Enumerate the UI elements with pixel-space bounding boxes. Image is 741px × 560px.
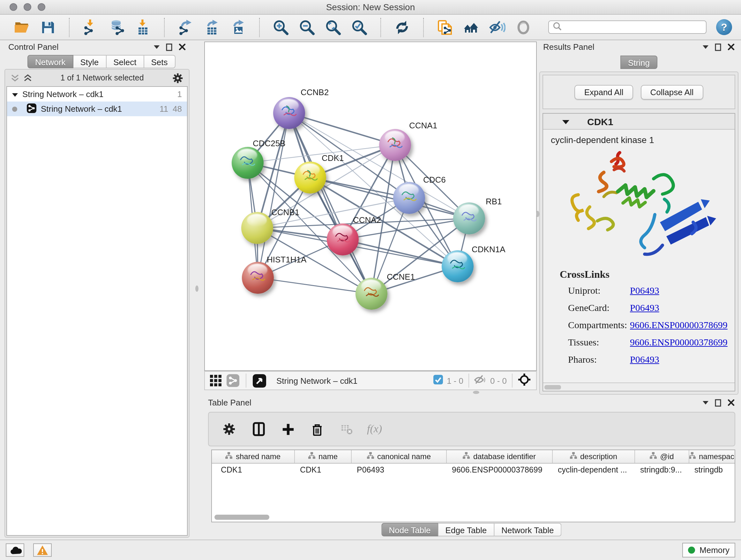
column-header-canonical-name[interactable]: canonical name bbox=[352, 450, 447, 463]
network-node-hist1h1a[interactable] bbox=[242, 262, 274, 294]
left-splitter-handle[interactable] bbox=[195, 286, 199, 292]
panel-menu-icon[interactable] bbox=[703, 401, 709, 405]
string-home-icon[interactable] bbox=[462, 18, 480, 36]
expand-all-button[interactable]: Expand All bbox=[575, 84, 633, 99]
crosslink-link[interactable]: 9606.ENSP00000378699 bbox=[630, 320, 728, 331]
network-collection-row[interactable]: String Network – cdk1 1 bbox=[7, 87, 187, 102]
collapse-all-icon[interactable] bbox=[11, 74, 19, 82]
entry-scrollbar[interactable] bbox=[543, 382, 735, 391]
crosslink-link[interactable]: P06493 bbox=[630, 354, 659, 365]
open-file-icon[interactable] bbox=[13, 18, 30, 36]
network-node-cdkn1a[interactable] bbox=[442, 250, 474, 282]
results-panel-header: Results Panel bbox=[539, 40, 738, 54]
panel-close-icon[interactable] bbox=[728, 399, 735, 406]
network-node-ccnb2[interactable] bbox=[273, 97, 305, 129]
inspect-icon[interactable] bbox=[515, 18, 532, 36]
refresh-icon[interactable] bbox=[393, 18, 411, 36]
collapse-all-button[interactable]: Collapse All bbox=[641, 84, 703, 99]
panel-menu-icon[interactable] bbox=[154, 45, 159, 49]
warning-button[interactable] bbox=[33, 543, 52, 557]
import-database-icon[interactable] bbox=[108, 18, 126, 36]
column-header-shared-name[interactable]: shared name bbox=[212, 450, 295, 463]
tab-sets[interactable]: Sets bbox=[144, 55, 175, 68]
column-header-name[interactable]: name bbox=[295, 450, 352, 463]
grid-view-icon[interactable] bbox=[210, 375, 221, 386]
crosslink-link[interactable]: P06493 bbox=[630, 303, 659, 314]
hidden-counts: 0 - 0 bbox=[490, 376, 507, 385]
export-table-icon[interactable] bbox=[203, 18, 221, 36]
share-document-icon[interactable] bbox=[436, 18, 454, 36]
tab-select[interactable]: Select bbox=[106, 55, 144, 68]
network-node-rb1[interactable] bbox=[453, 202, 485, 234]
zoom-in-icon[interactable] bbox=[272, 18, 290, 36]
tab-style[interactable]: Style bbox=[73, 55, 106, 68]
network-node-cdc25b[interactable] bbox=[232, 147, 264, 179]
selected-checkbox-icon[interactable] bbox=[433, 375, 443, 386]
zoom-out-icon[interactable] bbox=[298, 18, 316, 36]
hidden-eye-icon[interactable] bbox=[474, 375, 486, 386]
expand-all-icon[interactable] bbox=[23, 74, 32, 82]
network-node-ccna2[interactable] bbox=[327, 224, 359, 255]
zoom-window-button[interactable] bbox=[38, 3, 45, 11]
birdseye-view-icon[interactable] bbox=[253, 374, 266, 387]
search-input[interactable] bbox=[564, 23, 702, 32]
tab-node-table[interactable]: Node Table bbox=[381, 523, 438, 537]
column-header--id[interactable]: @id bbox=[635, 450, 689, 463]
zoom-fit-icon[interactable] bbox=[324, 18, 342, 36]
network-node-cdk1[interactable] bbox=[294, 162, 326, 193]
panel-float-icon[interactable] bbox=[715, 399, 721, 407]
share-view-icon[interactable] bbox=[226, 374, 239, 387]
node-label-cdkn1a: CDKN1A bbox=[472, 245, 506, 254]
tab-network-table[interactable]: Network Table bbox=[494, 523, 561, 537]
memory-button[interactable]: Memory bbox=[682, 543, 735, 557]
delete-row-icon[interactable] bbox=[308, 420, 326, 438]
import-network-icon[interactable] bbox=[82, 18, 99, 36]
table-hscrollbar-thumb[interactable] bbox=[214, 515, 269, 520]
tab-edge-table[interactable]: Edge Table bbox=[439, 523, 495, 537]
string-results-body: Expand All Collapse All CDK1 cyclin-depe… bbox=[539, 71, 738, 395]
bottom-splitter-handle[interactable] bbox=[473, 391, 479, 394]
string-network-icon bbox=[27, 103, 37, 115]
function-builder-label[interactable]: f(x) bbox=[367, 423, 382, 435]
network-view-toolbar: String Network – cdk1 1 - 0 0 - 0 bbox=[204, 371, 537, 390]
add-row-icon[interactable] bbox=[279, 420, 297, 438]
tab-network[interactable]: Network bbox=[27, 55, 73, 68]
attributes-icon[interactable] bbox=[220, 420, 238, 438]
table-row[interactable]: CDK1CDK1P064939606.ENSP00000378699cyclin… bbox=[212, 463, 735, 476]
gene-entry-header[interactable]: CDK1 bbox=[543, 114, 735, 130]
gear-icon[interactable] bbox=[172, 72, 183, 83]
tab-string[interactable]: String bbox=[620, 56, 657, 69]
export-image-icon[interactable] bbox=[229, 18, 247, 36]
import-table-icon[interactable] bbox=[134, 18, 152, 36]
crosslink-link[interactable]: 9606.ENSP00000378699 bbox=[630, 337, 728, 348]
network-node-ccna1[interactable] bbox=[379, 129, 411, 161]
search-box[interactable] bbox=[548, 20, 706, 34]
panel-close-icon[interactable] bbox=[179, 44, 186, 51]
entry-collapse-icon[interactable] bbox=[562, 116, 569, 127]
network-canvas[interactable]: CCNB2CCNA1CDC25BCDK1CDC6RB1CCNB1CCNA2CDK… bbox=[204, 42, 537, 371]
columns-icon[interactable] bbox=[250, 420, 267, 438]
network-node-ccnb1[interactable] bbox=[241, 212, 273, 244]
column-header-description[interactable]: description bbox=[553, 450, 635, 463]
column-header-namespace[interactable]: namespace bbox=[689, 450, 735, 463]
crosslink-link[interactable]: P06493 bbox=[630, 286, 659, 296]
crosshair-icon[interactable] bbox=[518, 373, 531, 388]
network-node-cdc6[interactable] bbox=[393, 182, 425, 214]
tree-expand-icon[interactable] bbox=[12, 89, 18, 99]
export-network-icon[interactable] bbox=[177, 18, 195, 36]
cloud-button[interactable] bbox=[6, 543, 24, 557]
panel-close-icon[interactable] bbox=[728, 44, 735, 51]
right-splitter-handle[interactable] bbox=[536, 211, 539, 217]
network-node-ccne1[interactable] bbox=[355, 278, 387, 310]
network-row-selected[interactable]: String Network – cdk1 11 48 bbox=[7, 102, 187, 116]
close-window-button[interactable] bbox=[10, 3, 17, 11]
panel-menu-icon[interactable] bbox=[703, 45, 709, 49]
minimize-window-button[interactable] bbox=[23, 3, 31, 11]
panel-float-icon[interactable] bbox=[166, 43, 172, 51]
panel-float-icon[interactable] bbox=[715, 43, 721, 51]
hide-panel-icon[interactable] bbox=[488, 18, 506, 36]
zoom-selected-icon[interactable] bbox=[350, 18, 368, 36]
help-button[interactable]: ? bbox=[716, 19, 732, 35]
column-header-database-identifier[interactable]: database identifier bbox=[447, 450, 553, 463]
save-session-icon[interactable] bbox=[39, 18, 57, 36]
